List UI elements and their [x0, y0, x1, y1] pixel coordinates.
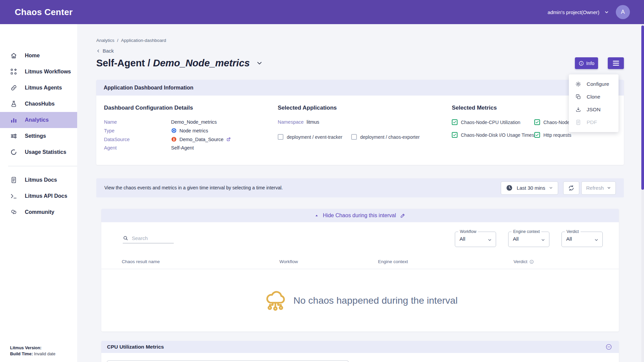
sidebar-item-label: Home	[25, 53, 40, 59]
main-content: Analytics / Application-dashboard Back S…	[77, 24, 644, 362]
menu-item-clone[interactable]: Clone	[569, 90, 619, 103]
chaos-table-header: Chaos result name Workflow Engine contex…	[101, 259, 619, 269]
checkbox-unchecked[interactable]	[278, 134, 283, 140]
column-verdict: Verdict	[514, 259, 527, 264]
menu-item-label: PDF	[587, 119, 597, 125]
time-range-select[interactable]: Last 30 mins	[501, 181, 558, 195]
sliders-icon	[10, 132, 17, 140]
dashboard-menu-button[interactable]	[608, 57, 624, 69]
checkbox-unchecked[interactable]	[351, 134, 357, 140]
back-button[interactable]: Back	[96, 48, 120, 54]
project-selector[interactable]: admin's project(Owner)	[547, 9, 609, 15]
metric-checkbox-http-requests[interactable]: Http requests	[534, 132, 616, 138]
menu-item-label: Configure	[587, 81, 609, 87]
external-link-icon[interactable]	[226, 137, 231, 142]
refresh-interval-select[interactable]: Refresh	[581, 181, 616, 195]
breadcrumb-separator: /	[117, 38, 118, 43]
chevron-down-icon	[487, 238, 492, 242]
gear-icon	[575, 81, 581, 87]
sidebar-item-litmus-agents[interactable]: Litmus Agents	[0, 80, 77, 96]
menu-item-configure[interactable]: Configure	[569, 78, 619, 90]
sidebar-item-label: Litmus API Docs	[25, 193, 67, 199]
sidebar-item-label: Litmus Agents	[25, 85, 62, 91]
filter-value: All	[566, 236, 572, 242]
card-header: Application Dashboard Information	[96, 80, 624, 96]
sidebar-item-label: ChaosHubs	[25, 101, 55, 107]
hide-chaos-toggle[interactable]: Hide Chaos during this interval	[101, 209, 619, 222]
chart-placeholder	[107, 360, 349, 362]
config-row-agent: Agent Self-Agent	[104, 145, 278, 150]
sidebar-item-label: Community	[25, 209, 54, 215]
sidebar-item-label: Litmus Workflows	[25, 69, 71, 75]
title-dropdown-icon[interactable]	[256, 60, 263, 67]
info-icon[interactable]	[529, 259, 534, 264]
hamburger-icon	[613, 61, 619, 66]
avatar[interactable]: A	[616, 5, 630, 19]
sidebar-item-chaoshubs[interactable]: ChaosHubs	[0, 96, 77, 112]
sidebar-item-litmus-workflows[interactable]: Litmus Workflows	[0, 64, 77, 80]
build-time-label: Build Time:	[10, 352, 33, 356]
project-label: admin's project(Owner)	[547, 9, 599, 15]
workflows-icon	[10, 68, 17, 75]
column-engine-context: Engine context	[378, 259, 514, 264]
applications-heading: Selected Applications	[278, 105, 452, 111]
info-button-label: Info	[586, 61, 594, 66]
menu-item-json[interactable]: JSON	[569, 103, 619, 116]
time-range-value: Last 30 mins	[517, 185, 545, 191]
workflow-filter-select[interactable]: Workflow All	[455, 232, 496, 247]
scrollbar-track	[641, 24, 644, 362]
sidebar-item-litmus-docs[interactable]: Litmus Docs	[0, 172, 77, 188]
chevron-down-icon	[541, 238, 545, 242]
column-chaos-result-name: Chaos result name	[122, 259, 279, 264]
document-icon	[10, 176, 17, 184]
terminal-icon	[10, 192, 17, 200]
info-button[interactable]: Info	[575, 57, 598, 69]
sidebar-item-home[interactable]: Home	[0, 48, 77, 64]
cpu-utilization-panel: CPU Utilization Metrics	[101, 341, 619, 362]
sidebar-item-label: Settings	[25, 133, 46, 139]
clock-icon	[506, 184, 513, 191]
sidebar-item-litmus-api-docs[interactable]: Litmus API Docs	[0, 188, 77, 204]
verdict-filter-select[interactable]: Verdict All	[561, 232, 603, 247]
checkbox-checked[interactable]	[534, 132, 540, 138]
configuration-heading: Dashboard Configuration Details	[104, 105, 278, 111]
search-box	[123, 235, 174, 243]
sidebar-item-community[interactable]: Community	[0, 204, 77, 220]
application-checkbox-event-tracker[interactable]: deployment / event-tracker	[278, 134, 342, 140]
chat-icon	[10, 208, 17, 216]
sidebar-item-label: Litmus Docs	[25, 177, 57, 183]
metric-checkbox-cpu-utilization[interactable]: Chaos-Node-CPU Utilization	[452, 119, 534, 125]
home-icon	[10, 52, 17, 59]
checkbox-checked[interactable]	[452, 132, 458, 138]
page-title-dashboard: Demo_Node_metrics	[153, 58, 250, 68]
sidebar-item-usage-statistics[interactable]: Usage Statistics	[0, 144, 77, 160]
breadcrumb: Analytics / Application-dashboard	[96, 38, 624, 43]
cpu-panel-title: CPU Utilization Metrics	[107, 344, 164, 350]
minus-circle-icon	[605, 344, 612, 350]
empty-state: No chaos happened during the interval	[101, 269, 619, 331]
breadcrumb-analytics[interactable]: Analytics	[96, 38, 114, 43]
metric-checkbox-disk-io-times[interactable]: Chaos-Node-Disk I/O Usage Times	[452, 132, 534, 138]
filter-value: All	[460, 236, 465, 242]
config-row-datasource: DataSource Demo_Data_Source	[104, 136, 278, 142]
selected-applications-column: Selected Applications Namespace litmus d…	[278, 105, 452, 154]
collapse-panel-button[interactable]	[605, 344, 612, 350]
sidebar-item-label: Analytics	[25, 117, 49, 123]
refresh-now-button[interactable]	[563, 181, 579, 195]
link-icon	[10, 84, 17, 92]
sidebar-item-settings[interactable]: Settings	[0, 128, 77, 144]
scrollbar-thumb[interactable]	[641, 25, 644, 190]
file-icon	[575, 119, 581, 125]
application-checkbox-chaos-exporter[interactable]: deployment / chaos-exporter	[351, 134, 420, 140]
checkbox-checked[interactable]	[452, 119, 458, 125]
search-input[interactable]	[132, 235, 171, 241]
chaos-panel: Hide Chaos during this interval Workflow…	[101, 209, 619, 331]
interval-description: View the chaos events and metrics in a g…	[104, 185, 292, 191]
namespace-label: Namespace	[278, 119, 307, 125]
engine-context-filter-select[interactable]: Engine context All	[508, 232, 549, 247]
checkbox-checked[interactable]	[534, 119, 540, 125]
dashboard-info-card: Application Dashboard Information Dashbo…	[96, 80, 624, 165]
sidebar-item-analytics[interactable]: Analytics	[0, 112, 77, 128]
config-row-type: Type Node metrics	[104, 128, 278, 133]
edit-pencil-icon[interactable]	[400, 213, 406, 218]
